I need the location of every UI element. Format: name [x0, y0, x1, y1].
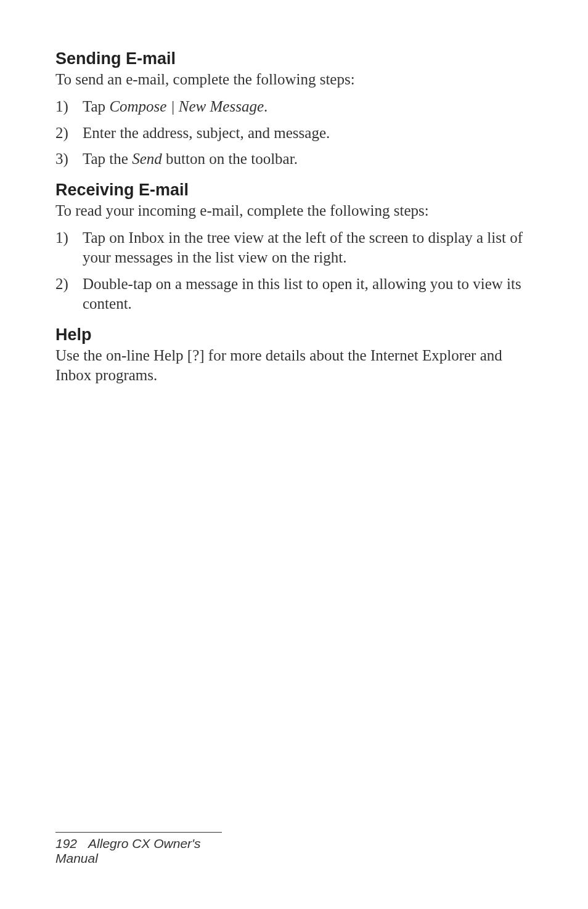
step-item: 3) Tap the Send button on the toolbar.: [55, 149, 533, 169]
page-number: 192: [55, 836, 77, 850]
step-text: Tap Compose | New Message.: [83, 97, 533, 117]
steps-sending: 1) Tap Compose | New Message. 2) Enter t…: [55, 97, 533, 169]
text-fragment: Tap the: [83, 150, 132, 167]
footer-rule: [55, 832, 222, 833]
intro-receiving: To read your incoming e-mail, complete t…: [55, 201, 533, 221]
step-text: Tap on Inbox in the tree view at the lef…: [83, 228, 533, 268]
step-item: 2) Enter the address, subject, and messa…: [55, 123, 533, 144]
text-fragment: button on the toolbar.: [162, 150, 298, 167]
manual-title: Allegro CX Owner's Manual: [55, 836, 201, 865]
italic-text: Compose | New Message: [109, 98, 264, 115]
step-number: 1): [55, 97, 83, 117]
step-number: 3): [55, 149, 83, 169]
heading-sending-email: Sending E-mail: [55, 49, 533, 68]
steps-receiving: 1) Tap on Inbox in the tree view at the …: [55, 228, 533, 314]
heading-receiving-email: Receiving E-mail: [55, 181, 533, 200]
step-text: Double-tap on a message in this list to …: [83, 274, 533, 314]
step-number: 1): [55, 228, 83, 268]
page-content: Sending E-mail To send an e-mail, comple…: [0, 0, 588, 386]
help-body: Use the on-line Help [?] for more detail…: [55, 346, 533, 386]
text-fragment: Tap: [83, 98, 109, 115]
footer-text: 192Allegro CX Owner's Manual: [55, 836, 240, 866]
step-item: 1) Tap on Inbox in the tree view at the …: [55, 228, 533, 268]
heading-help: Help: [55, 325, 533, 344]
step-text: Enter the address, subject, and message.: [83, 123, 533, 144]
step-number: 2): [55, 274, 83, 314]
step-item: 1) Tap Compose | New Message.: [55, 97, 533, 117]
page-footer: 192Allegro CX Owner's Manual: [55, 832, 240, 866]
intro-sending: To send an e-mail, complete the followin…: [55, 70, 533, 89]
italic-text: Send: [132, 150, 162, 167]
step-item: 2) Double-tap on a message in this list …: [55, 274, 533, 314]
text-fragment: .: [264, 98, 267, 115]
step-number: 2): [55, 123, 83, 144]
step-text: Tap the Send button on the toolbar.: [83, 149, 533, 169]
